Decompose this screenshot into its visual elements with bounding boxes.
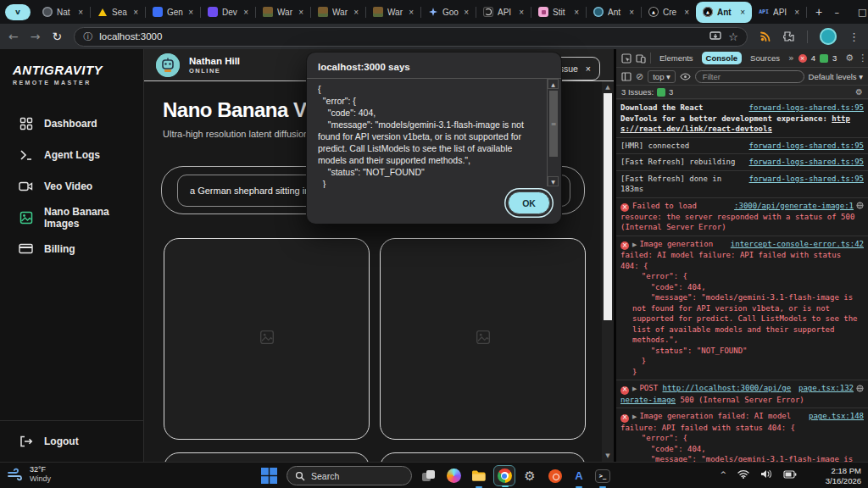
tab-close-icon[interactable]: × bbox=[298, 8, 303, 17]
log-entry[interactable]: forward-logs-shared.ts:95 [HMR] connecte… bbox=[616, 138, 868, 155]
sidebar-item-veo-video[interactable]: Veo Video bbox=[0, 170, 143, 202]
image-placeholder-card[interactable] bbox=[380, 452, 586, 462]
browser-tab[interactable]: Gen× bbox=[147, 3, 198, 21]
source-link[interactable]: page.tsx:132 bbox=[798, 383, 854, 394]
url-bar[interactable]: ⓘ localhost:3000 ☆ bbox=[74, 27, 748, 47]
tab-elements[interactable]: Elements bbox=[655, 52, 698, 64]
browser-tab[interactable]: War× bbox=[368, 3, 419, 21]
eye-icon[interactable] bbox=[680, 73, 691, 80]
tab-close-icon[interactable]: × bbox=[740, 8, 745, 17]
clock[interactable]: 2:18 PM 3/16/2026 bbox=[826, 466, 861, 486]
ubuntu-button[interactable] bbox=[544, 465, 566, 486]
file-explorer-button[interactable] bbox=[468, 465, 490, 486]
reload-icon[interactable]: ↻ bbox=[52, 30, 62, 43]
tray-chevron-icon[interactable]: ^ bbox=[720, 470, 726, 479]
inspect-element-icon[interactable] bbox=[621, 53, 632, 64]
browser-tab[interactable]: Goo× bbox=[423, 3, 474, 21]
log-entry[interactable]: forward-logs-shared.ts:95 [Fast Refresh]… bbox=[616, 154, 868, 171]
forward-icon[interactable]: → bbox=[31, 30, 41, 43]
scroll-down-icon[interactable]: ▼ bbox=[548, 176, 559, 186]
more-tabs-icon[interactable]: » bbox=[788, 53, 794, 64]
image-placeholder-card[interactable] bbox=[164, 238, 370, 440]
site-info-icon[interactable]: ⓘ bbox=[83, 30, 92, 43]
scroll-up-icon[interactable]: ▲ bbox=[602, 84, 614, 91]
tab-close-icon[interactable]: × bbox=[243, 8, 248, 17]
error-log-entry[interactable]: intercept-console-error.ts:42 ×▶Image ge… bbox=[616, 236, 868, 381]
terminal-button[interactable]: >_ bbox=[592, 465, 614, 486]
log-levels-selector[interactable]: Default levels ▾ bbox=[809, 72, 863, 81]
browser-tab[interactable]: Sea× bbox=[92, 3, 143, 21]
clear-console-icon[interactable]: ⊘ bbox=[636, 71, 643, 82]
device-toolbar-icon[interactable] bbox=[636, 53, 646, 64]
new-tab-button[interactable]: + bbox=[815, 5, 822, 19]
rss-icon[interactable] bbox=[760, 30, 771, 42]
browser-tab[interactable]: Ant× bbox=[588, 3, 639, 21]
expand-triangle-icon[interactable]: ▶ bbox=[632, 385, 637, 392]
browser-tab[interactable]: API× bbox=[478, 3, 529, 21]
copilot-button[interactable] bbox=[442, 465, 465, 486]
source-link[interactable]: intercept-console-error.ts:42 bbox=[731, 239, 864, 250]
tab-close-icon[interactable]: × bbox=[464, 8, 469, 17]
back-icon[interactable]: ← bbox=[8, 30, 19, 43]
tab-close-icon[interactable]: × bbox=[794, 8, 799, 17]
log-entry[interactable]: forward-logs-shared.ts:95 [Fast Refresh]… bbox=[616, 171, 868, 198]
browser-tab[interactable]: Nat× bbox=[37, 3, 88, 21]
tab-search-button[interactable]: v bbox=[5, 4, 31, 20]
tab-console[interactable]: Console bbox=[702, 52, 742, 64]
tab-close-icon[interactable]: × bbox=[629, 8, 634, 17]
source-link[interactable]: forward-logs-shared.ts:95 bbox=[749, 103, 864, 114]
weather-widget[interactable]: 32°F Windy bbox=[7, 465, 51, 484]
image-placeholder-card[interactable] bbox=[380, 238, 586, 440]
browser-tab[interactable]: Stit× bbox=[533, 3, 584, 21]
tab-close-icon[interactable]: × bbox=[133, 8, 138, 17]
tab-close-icon[interactable]: × bbox=[353, 8, 359, 17]
battery-icon[interactable] bbox=[783, 470, 797, 479]
context-selector[interactable]: top ▾ bbox=[648, 70, 676, 83]
browser-tab[interactable]: API× bbox=[754, 3, 804, 21]
logout-button[interactable]: Logout bbox=[0, 420, 143, 462]
sidebar-item-agent-logs[interactable]: Agent Logs bbox=[0, 139, 143, 170]
console-sidebar-icon[interactable] bbox=[621, 72, 632, 81]
expand-triangle-icon[interactable]: ▶ bbox=[632, 241, 637, 248]
tab-close-icon[interactable]: × bbox=[409, 8, 414, 17]
bookmark-star-icon[interactable]: ☆ bbox=[728, 30, 738, 43]
image-placeholder-card[interactable] bbox=[164, 452, 370, 462]
tab-close-icon[interactable]: × bbox=[78, 8, 83, 17]
install-icon[interactable] bbox=[709, 31, 721, 42]
taskbar-search[interactable]: Search bbox=[287, 466, 412, 485]
issues-settings-icon[interactable]: ⚙ bbox=[855, 87, 863, 97]
sidebar-item-dashboard[interactable]: Dashboard bbox=[0, 108, 143, 139]
start-button[interactable] bbox=[261, 468, 277, 487]
extensions-puzzle-icon[interactable] bbox=[783, 30, 795, 42]
tab-close-icon[interactable]: × bbox=[684, 8, 689, 17]
browser-tab[interactable]: War× bbox=[313, 3, 364, 21]
scroll-up-icon[interactable]: ▲ bbox=[548, 79, 559, 89]
source-link[interactable]: forward-logs-shared.ts:95 bbox=[749, 157, 864, 168]
filter-input[interactable] bbox=[695, 70, 804, 83]
browser-tab[interactable]: Cre× bbox=[643, 3, 694, 21]
tab-close-icon[interactable]: × bbox=[574, 8, 579, 17]
scrollbar-thumb[interactable] bbox=[549, 91, 558, 157]
source-link[interactable]: forward-logs-shared.ts:95 bbox=[749, 174, 864, 185]
url-text[interactable]: localhost:3000 bbox=[99, 31, 703, 42]
error-log-entry[interactable]: page.tsx:132 ×▶POST http://localhost:300… bbox=[616, 380, 868, 408]
browser-tab-active[interactable]: Ant× bbox=[696, 2, 752, 23]
error-log-entry[interactable]: :3000/api/generate-image:1 ×Failed to lo… bbox=[616, 198, 868, 236]
settings-button[interactable]: ⚙ bbox=[519, 465, 541, 486]
scroll-down-icon[interactable]: ▼ bbox=[602, 452, 614, 459]
tab-close-icon[interactable]: × bbox=[188, 8, 193, 17]
ok-button[interactable]: OK bbox=[508, 191, 550, 214]
chrome-menu-icon[interactable]: ⋮ bbox=[849, 30, 860, 43]
dialog-scrollbar[interactable]: ▲ ▼ bbox=[547, 79, 559, 186]
wifi-icon[interactable] bbox=[737, 469, 749, 479]
settings-gear-icon[interactable]: ⚙ bbox=[845, 53, 854, 64]
issues-bar-label[interactable]: 3 Issues: bbox=[621, 87, 654, 97]
minimize-button[interactable]: – bbox=[824, 7, 849, 18]
source-link[interactable]: page.tsx:148 bbox=[809, 411, 864, 422]
profile-avatar[interactable] bbox=[820, 28, 837, 45]
browser-tab[interactable]: War× bbox=[258, 3, 309, 21]
user-avatar[interactable] bbox=[156, 53, 180, 77]
error-log-entry[interactable]: page.tsx:148 ×▶Image generation failed: … bbox=[616, 408, 868, 462]
task-view-button[interactable] bbox=[417, 465, 439, 486]
scrollbar-thumb[interactable] bbox=[604, 93, 612, 320]
